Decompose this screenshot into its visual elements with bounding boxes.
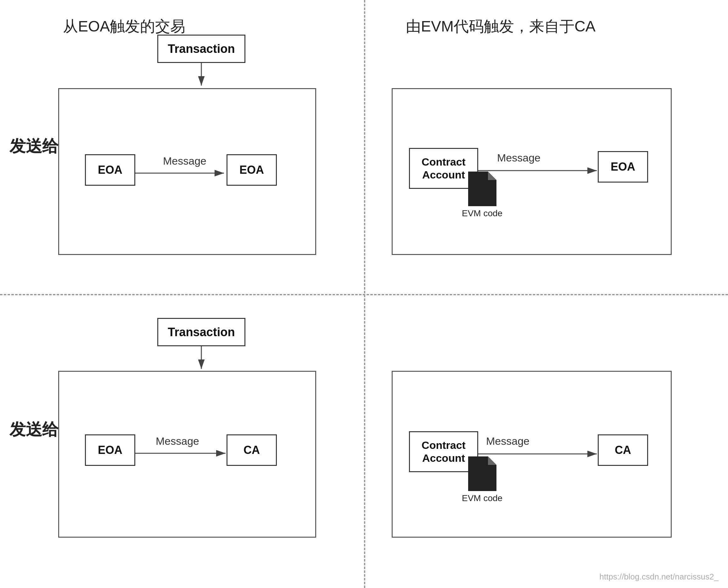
arrow-tx-bl: [195, 346, 211, 372]
arrow-eoa-eoa-tl: [135, 165, 226, 184]
transaction-box-tl: Transaction: [157, 35, 245, 63]
node-ca-right-bl: CA: [226, 434, 277, 466]
msg-label-tl: Message: [163, 155, 206, 167]
transaction-box-bl: Transaction: [157, 318, 245, 346]
watermark: https://blog.csdn.net/narcissus2_: [599, 572, 719, 582]
arrow-ca-eoa-tr: [478, 163, 599, 182]
node-eoa-right-tl: EOA: [226, 154, 277, 186]
horizontal-divider: [0, 294, 728, 295]
node-eoa-left-tl: EOA: [85, 154, 135, 186]
title-right: 由EVM代码触发，来自于CA: [406, 16, 596, 37]
arrow-ca-ca-br: [478, 446, 599, 465]
node-ca-right-br: CA: [598, 434, 648, 466]
msg-label-br: Message: [486, 435, 529, 447]
msg-label-bl: Message: [156, 435, 199, 447]
node-eoa-left-bl: EOA: [85, 434, 135, 466]
arrow-tx-tl: [195, 63, 211, 88]
title-left: 从EOA触发的交易: [63, 16, 185, 37]
msg-label-tr: Message: [497, 152, 541, 164]
arrow-eoa-ca-bl: [135, 445, 228, 464]
page-container: 从EOA触发的交易 由EVM代码触发，来自于CA 发送给EOA 发送给CA Tr…: [0, 0, 728, 588]
node-eoa-right-tr: EOA: [598, 151, 648, 183]
